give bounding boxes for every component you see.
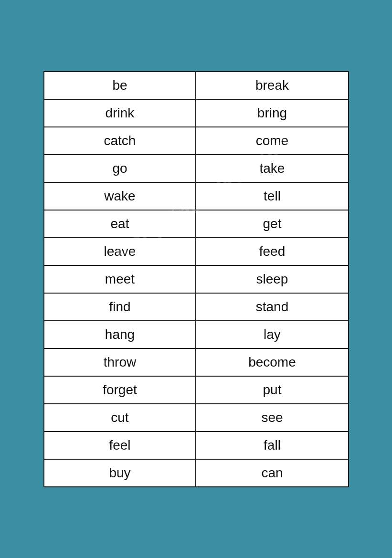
word-left: feel: [44, 432, 196, 459]
table-row: gotake: [44, 155, 349, 182]
word-right: lay: [196, 321, 348, 348]
word-left: wake: [44, 182, 196, 210]
word-left: find: [44, 293, 196, 321]
word-left: catch: [44, 127, 196, 155]
word-right: take: [196, 155, 348, 182]
word-right: sleep: [196, 265, 348, 293]
word-right: put: [196, 376, 348, 404]
word-left: drink: [44, 99, 196, 127]
word-right: become: [196, 348, 348, 376]
table-row: buycan: [44, 459, 349, 487]
table-row: drinkbring: [44, 99, 349, 127]
word-left: go: [44, 155, 196, 182]
word-left: leave: [44, 238, 196, 265]
table-row: waketell: [44, 182, 349, 210]
table-row: throwbecome: [44, 348, 349, 376]
word-right: stand: [196, 293, 348, 321]
word-right: get: [196, 210, 348, 238]
word-right: bring: [196, 99, 348, 127]
word-left: cut: [44, 404, 196, 432]
word-left: be: [44, 72, 196, 99]
word-left: meet: [44, 265, 196, 293]
word-right: feed: [196, 238, 348, 265]
table-row: meetsleep: [44, 265, 349, 293]
table-row: hanglay: [44, 321, 349, 348]
table-row: feelfall: [44, 432, 349, 459]
word-right: tell: [196, 182, 348, 210]
word-right: break: [196, 72, 348, 99]
word-left: throw: [44, 348, 196, 376]
word-right: come: [196, 127, 348, 155]
word-left: eat: [44, 210, 196, 238]
table-row: catchcome: [44, 127, 349, 155]
word-right: can: [196, 459, 348, 487]
table-row: forgetput: [44, 376, 349, 404]
table-row: findstand: [44, 293, 349, 321]
word-left: forget: [44, 376, 196, 404]
word-left: hang: [44, 321, 196, 348]
table-row: eatget: [44, 210, 349, 238]
words-table: bebreakdrinkbringcatchcomegotakewaketell…: [43, 71, 349, 487]
table-row: bebreak: [44, 72, 349, 99]
table-container: bebreakdrinkbringcatchcomegotakewaketell…: [39, 66, 354, 492]
word-left: buy: [44, 459, 196, 487]
table-row: cutsee: [44, 404, 349, 432]
word-right: see: [196, 404, 348, 432]
word-right: fall: [196, 432, 348, 459]
table-row: leavefeed: [44, 238, 349, 265]
